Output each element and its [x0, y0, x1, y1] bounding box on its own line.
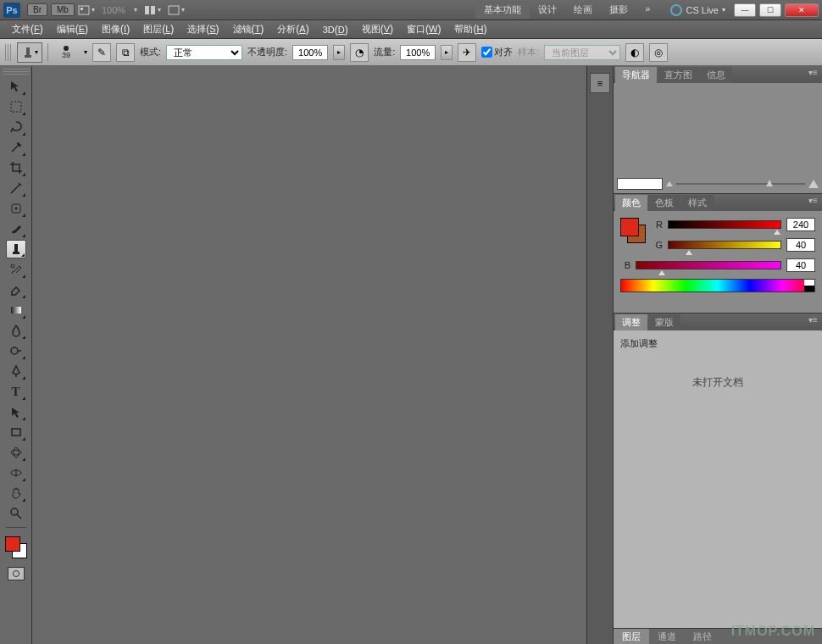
workspace-essentials[interactable]: 基本功能	[475, 1, 530, 19]
color-menu-icon[interactable]: ▾≡	[808, 196, 820, 208]
mode-label: 模式:	[140, 46, 161, 58]
menu-layer[interactable]: 图层(L)	[136, 23, 181, 36]
bridge-button[interactable]: Br	[27, 3, 47, 16]
healing-brush-tool[interactable]	[6, 199, 26, 218]
navigator-zoom-slider[interactable]	[676, 183, 805, 185]
path-selection-tool[interactable]	[6, 402, 26, 421]
color-panel: 颜色 色板 样式 ▾≡ R G B	[614, 194, 822, 314]
menu-select[interactable]: 选择(S)	[181, 23, 225, 36]
g-slider[interactable]	[668, 241, 781, 249]
opacity-flyout[interactable]: ▸	[333, 45, 345, 60]
tab-layers[interactable]: 图层	[614, 629, 649, 644]
workspace-photography[interactable]: 摄影	[601, 1, 636, 19]
3d-camera-tool[interactable]	[6, 464, 26, 482]
maximize-button[interactable]: ☐	[759, 3, 781, 17]
menu-image[interactable]: 图像(I)	[95, 23, 136, 36]
marquee-tool[interactable]	[6, 97, 26, 116]
zoom-dropdown[interactable]	[132, 6, 137, 14]
tab-swatches[interactable]: 色板	[648, 195, 680, 211]
ignore-adj-toggle[interactable]: ◐	[625, 43, 644, 62]
history-panel-icon[interactable]: ≡	[590, 73, 610, 93]
flow-input[interactable]	[400, 45, 436, 60]
navigator-menu-icon[interactable]: ▾≡	[808, 68, 820, 80]
hand-tool[interactable]	[6, 484, 26, 502]
tab-adjustments[interactable]: 调整	[615, 314, 647, 330]
eraser-tool[interactable]	[6, 280, 26, 299]
workspace-more[interactable]: »	[636, 1, 658, 19]
menu-filter[interactable]: 滤镜(T)	[226, 23, 271, 36]
watermark: ITMOP.COM	[731, 624, 815, 639]
menu-file[interactable]: 文件(F)	[5, 23, 50, 36]
menu-help[interactable]: 帮助(H)	[447, 23, 493, 36]
view-extras-dropdown[interactable]	[78, 5, 95, 15]
blend-mode-select[interactable]: 正常	[166, 45, 242, 60]
opacity-input[interactable]	[292, 45, 328, 60]
minimize-button[interactable]: —	[734, 3, 756, 17]
foreground-color[interactable]	[5, 536, 20, 552]
tab-styles[interactable]: 样式	[681, 195, 714, 211]
workspace-design[interactable]: 设计	[530, 1, 565, 19]
svg-rect-6	[26, 47, 30, 55]
quick-mask-toggle[interactable]	[8, 567, 25, 580]
dodge-tool[interactable]	[6, 341, 26, 360]
svg-rect-9	[13, 252, 19, 254]
svg-point-16	[14, 447, 19, 458]
b-slider[interactable]	[636, 261, 781, 269]
tab-channels[interactable]: 通道	[649, 629, 685, 644]
rectangle-tool[interactable]	[6, 423, 26, 441]
type-tool[interactable]: T	[6, 382, 26, 401]
menu-view[interactable]: 视图(V)	[355, 23, 400, 36]
tab-masks[interactable]: 蒙版	[648, 314, 680, 330]
tab-color[interactable]: 颜色	[615, 195, 647, 211]
menu-3d[interactable]: 3D(D)	[316, 24, 355, 36]
aligned-checkbox[interactable]: 对齐	[481, 46, 513, 58]
eyedropper-tool[interactable]	[6, 179, 26, 197]
3d-rotate-tool[interactable]	[6, 443, 26, 462]
options-grip[interactable]	[5, 44, 12, 61]
tab-navigator[interactable]: 导航器	[615, 67, 657, 83]
navigator-zoom-input[interactable]	[617, 178, 663, 190]
tablet-pressure-toggle[interactable]: ◎	[649, 43, 668, 62]
menu-analysis[interactable]: 分析(A)	[270, 23, 315, 36]
brush-preset-picker[interactable]: 39	[53, 42, 79, 63]
tab-info[interactable]: 信息	[700, 67, 732, 83]
flow-flyout[interactable]: ▸	[441, 45, 453, 60]
pen-tool[interactable]	[6, 362, 26, 380]
tab-histogram[interactable]: 直方图	[658, 67, 699, 83]
crop-tool[interactable]	[6, 158, 26, 177]
gradient-tool[interactable]	[6, 301, 26, 319]
g-input[interactable]	[786, 238, 815, 252]
workspace-painting[interactable]: 绘画	[565, 1, 601, 19]
color-spectrum[interactable]	[620, 279, 815, 292]
clone-source-toggle[interactable]: ⧉	[116, 43, 135, 62]
menu-edit[interactable]: 编辑(E)	[50, 23, 95, 36]
menu-window[interactable]: 窗口(W)	[400, 23, 447, 36]
history-brush-tool[interactable]	[6, 260, 26, 279]
clone-stamp-tool[interactable]	[6, 240, 26, 258]
close-button[interactable]: ✕	[785, 3, 819, 17]
cslive-button[interactable]: CS Live▾	[665, 4, 730, 16]
brush-tool[interactable]	[6, 219, 26, 238]
brush-panel-toggle[interactable]: ✎	[92, 43, 111, 62]
b-input[interactable]	[786, 258, 815, 272]
r-slider[interactable]	[668, 220, 781, 229]
blur-tool[interactable]	[6, 321, 26, 340]
tools-grip[interactable]	[3, 68, 30, 75]
screen-mode-dropdown[interactable]	[168, 5, 185, 15]
color-swatch[interactable]	[5, 536, 27, 558]
airbrush-toggle[interactable]: ✈	[458, 43, 476, 62]
zoom-in-icon[interactable]	[808, 180, 819, 188]
opacity-pressure-toggle[interactable]: ◔	[350, 43, 369, 62]
adjustments-menu-icon[interactable]: ▾≡	[808, 315, 820, 327]
arrange-dropdown[interactable]	[144, 5, 161, 15]
move-tool[interactable]	[6, 77, 26, 96]
r-input[interactable]	[786, 218, 815, 231]
zoom-out-icon[interactable]	[666, 181, 673, 186]
color-preview[interactable]	[620, 218, 646, 243]
lasso-tool[interactable]	[6, 118, 26, 136]
zoom-tool[interactable]	[6, 504, 26, 523]
tab-paths[interactable]: 路径	[685, 629, 720, 644]
minibridge-button[interactable]: Mb	[51, 3, 75, 16]
current-tool-preset[interactable]: ▾	[17, 42, 42, 63]
magic-wand-tool[interactable]	[6, 138, 26, 157]
